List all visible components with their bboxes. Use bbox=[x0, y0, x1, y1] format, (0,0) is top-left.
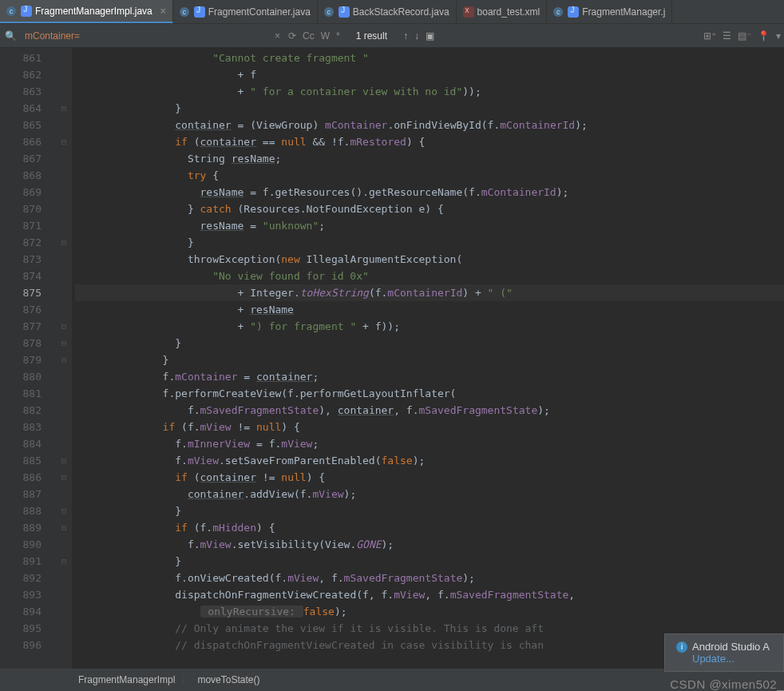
find-bar: 🔍 mContainer= × ⟳ Cc W * 1 result ↑ ↓ ▣ … bbox=[0, 24, 784, 48]
code-line-879[interactable]: } bbox=[75, 351, 784, 368]
code-line-881[interactable]: f.performCreateView(f.performGetLayoutIn… bbox=[75, 385, 784, 402]
code-line-891[interactable]: } bbox=[75, 553, 784, 570]
code-line-874[interactable]: "No view found for id 0x" bbox=[75, 268, 784, 284]
code-line-883[interactable]: if (f.mView != null) { bbox=[75, 419, 784, 435]
code-line-868[interactable]: try { bbox=[75, 167, 784, 184]
code-line-887[interactable]: container.addView(f.mView); bbox=[75, 486, 784, 502]
whole-word-button[interactable]: W bbox=[321, 30, 330, 42]
code-line-861[interactable]: "Cannot create fragment " bbox=[75, 50, 784, 66]
code-line-866[interactable]: if (container == null && !f.mRestored) { bbox=[75, 133, 784, 150]
tab-backstackrecord-java[interactable]: cBackStackRecord.java bbox=[318, 0, 457, 23]
prev-match-icon[interactable]: ↑ bbox=[403, 30, 408, 42]
code-line-894[interactable]: onlyRecursive: false); bbox=[75, 603, 784, 620]
clear-search-icon[interactable]: × bbox=[270, 30, 285, 42]
java-file-icon bbox=[21, 6, 32, 17]
select-all-icon[interactable]: ▣ bbox=[426, 30, 434, 42]
xml-file-icon bbox=[463, 6, 474, 18]
editor-pane: 8618628638648658668678688698708718728738… bbox=[0, 48, 784, 669]
fold-gutter[interactable]: ⊟⊟⊟⊟⊟⊟⊟⊟⊟⊟⊟ bbox=[56, 48, 72, 669]
line-gutter[interactable]: 8618628638648658668678688698708718728738… bbox=[0, 48, 56, 669]
class-badge-icon: c bbox=[553, 7, 563, 17]
code-line-884[interactable]: f.mInnerView = f.mView; bbox=[75, 435, 784, 452]
update-notification[interactable]: iAndroid Studio A Update... bbox=[664, 633, 784, 672]
code-line-892[interactable]: f.onViewCreated(f.mView, f.mSavedFragmen… bbox=[75, 570, 784, 586]
code-line-890[interactable]: f.mView.setVisibility(View.GONE); bbox=[75, 536, 784, 553]
breadcrumb-class[interactable]: FragmentManagerImpl bbox=[72, 674, 181, 685]
select-occurrences-icon[interactable]: ☰ bbox=[723, 30, 731, 42]
breadcrumb-bar: FragmentManagerImpl 〉 moveToState() bbox=[0, 669, 784, 691]
history-icon[interactable]: ⟳ bbox=[288, 30, 296, 42]
class-badge-icon: c bbox=[180, 7, 189, 17]
filter-icon[interactable]: ▾ bbox=[776, 30, 781, 42]
code-line-876[interactable]: + resName bbox=[75, 301, 784, 318]
code-line-880[interactable]: f.mContainer = container; bbox=[75, 368, 784, 385]
code-line-864[interactable]: } bbox=[75, 100, 784, 117]
editor-tabs: cFragmentManagerImpl.java×cFragmentConta… bbox=[0, 0, 784, 24]
update-link[interactable]: Update... bbox=[692, 653, 772, 665]
close-tab-icon[interactable]: × bbox=[160, 6, 166, 17]
tab-fragmentmanager-j[interactable]: cFragmentManager.j bbox=[547, 0, 672, 23]
match-case-button[interactable]: Cc bbox=[303, 30, 315, 42]
code-line-893[interactable]: dispatchOnFragmentViewCreated(f, f.mView… bbox=[75, 586, 784, 603]
next-match-icon[interactable]: ↓ bbox=[414, 30, 419, 42]
watermark: CSDN @ximen502_ bbox=[670, 677, 784, 691]
java-file-icon bbox=[568, 6, 579, 18]
java-file-icon bbox=[194, 6, 205, 18]
code-line-872[interactable]: } bbox=[75, 234, 784, 251]
code-line-875[interactable]: + Integer.toHexString(f.mContainerId) + … bbox=[75, 284, 784, 301]
code-area[interactable]: "Cannot create fragment " + f + " for a … bbox=[72, 48, 784, 669]
code-line-867[interactable]: String resName; bbox=[75, 150, 784, 167]
code-line-882[interactable]: f.mSavedFragmentState), container, f.mSa… bbox=[75, 402, 784, 419]
code-line-873[interactable]: throwException(new IllegalArgumentExcept… bbox=[75, 251, 784, 268]
breadcrumb-method[interactable]: moveToState() bbox=[191, 674, 266, 685]
java-file-icon bbox=[339, 6, 350, 18]
regex-button[interactable]: * bbox=[336, 30, 340, 42]
code-line-877[interactable]: + ") for fragment " + f)); bbox=[75, 318, 784, 335]
tab-fragmentmanagerimpl-java[interactable]: cFragmentManagerImpl.java× bbox=[0, 0, 173, 23]
results-count: 1 result bbox=[356, 30, 387, 42]
code-line-862[interactable]: + f bbox=[75, 66, 784, 83]
tab-board_test-xml[interactable]: board_test.xml bbox=[457, 0, 548, 23]
code-line-878[interactable]: } bbox=[75, 335, 784, 351]
tab-fragmentcontainer-java[interactable]: cFragmentContainer.java bbox=[173, 0, 318, 23]
code-line-888[interactable]: } bbox=[75, 502, 784, 519]
code-line-885[interactable]: f.mView.setSaveFromParentEnabled(false); bbox=[75, 452, 784, 469]
find-input[interactable]: mContainer= × bbox=[22, 30, 285, 42]
code-line-863[interactable]: + " for a container view with no id")); bbox=[75, 83, 784, 100]
code-line-869[interactable]: resName = f.getResources().getResourceNa… bbox=[75, 184, 784, 201]
code-line-889[interactable]: if (f.mHidden) { bbox=[75, 519, 784, 536]
pin-icon[interactable]: 📍 bbox=[758, 30, 770, 42]
code-line-871[interactable]: resName = "unknown"; bbox=[75, 217, 784, 234]
search-icon[interactable]: 🔍 bbox=[5, 30, 17, 42]
class-badge-icon: c bbox=[6, 6, 16, 16]
class-badge-icon: c bbox=[324, 7, 334, 17]
remove-occurrence-icon[interactable]: ▤⁻ bbox=[738, 30, 751, 42]
info-icon: i bbox=[676, 641, 687, 653]
code-line-870[interactable]: } catch (Resources.NotFoundException e) … bbox=[75, 201, 784, 217]
code-line-886[interactable]: if (container != null) { bbox=[75, 469, 784, 486]
code-line-865[interactable]: container = (ViewGroup) mContainer.onFin… bbox=[75, 117, 784, 133]
add-selection-icon[interactable]: ⊞⁺ bbox=[703, 30, 716, 42]
